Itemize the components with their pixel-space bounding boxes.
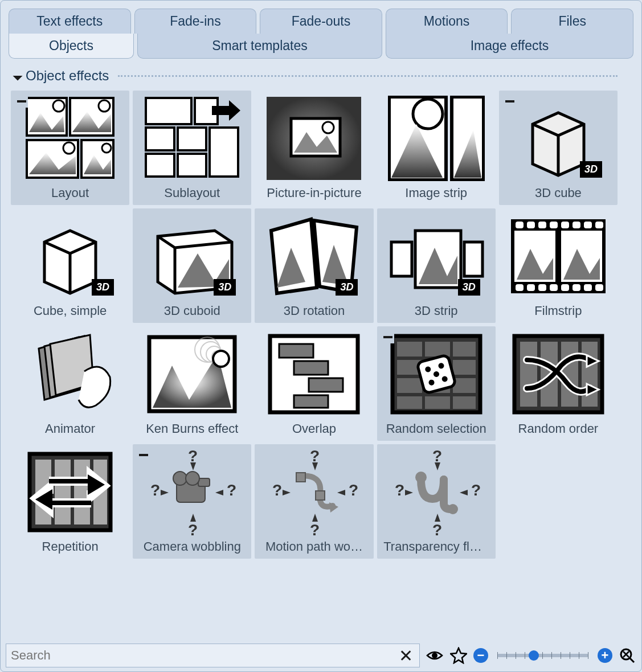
effect-filmstrip[interactable]: Filmstrip <box>499 208 618 323</box>
svg-rect-60 <box>397 378 422 393</box>
tab-fade-outs[interactable]: Fade-outs <box>260 9 382 34</box>
effect-thumb-icon <box>510 212 607 300</box>
effect-3d-cube[interactable]: 3D 3D cube <box>499 91 618 205</box>
svg-rect-59 <box>453 360 476 375</box>
svg-rect-21 <box>391 242 412 276</box>
effect-3d-strip[interactable]: 3D 3D strip <box>377 208 496 323</box>
tab-files[interactable]: Files <box>511 9 633 34</box>
tab-text-effects[interactable]: Text effects <box>9 9 131 34</box>
bottom-toolbar: ✕ − + <box>6 642 636 669</box>
svg-text:?: ? <box>227 481 236 499</box>
effect-label: Cube, simple <box>34 304 107 318</box>
tab-objects[interactable]: Objects <box>9 34 134 59</box>
category-header[interactable]: Object effects <box>11 63 618 91</box>
svg-rect-32 <box>573 222 580 228</box>
svg-rect-13 <box>178 154 206 177</box>
effect-3d-cuboid[interactable]: 3D 3D cuboid <box>133 208 251 323</box>
effects-grid: Layout Sublayout <box>11 91 618 559</box>
svg-rect-35 <box>516 284 524 291</box>
effect-repetition[interactable]: Repetition <box>11 444 129 559</box>
effect-label: Transparency flu… <box>383 539 489 554</box>
effect-label: Picture-in-picture <box>267 186 361 200</box>
badge-3d-icon: 3D <box>458 279 480 296</box>
collapse-minus-icon <box>15 95 28 108</box>
zoom-in-button[interactable]: + <box>598 648 612 663</box>
svg-rect-50 <box>279 344 313 358</box>
tab-fade-ins[interactable]: Fade-ins <box>134 9 257 34</box>
tab-image-effects[interactable]: Image effects <box>386 34 633 59</box>
svg-rect-14 <box>210 128 238 177</box>
search-input[interactable] <box>11 648 396 663</box>
tab-motions[interactable]: Motions <box>386 9 508 34</box>
svg-text:?: ? <box>471 481 481 499</box>
effect-3d-rotation[interactable]: 3D 3D rotation <box>255 208 373 323</box>
effect-animator[interactable]: Animator <box>11 326 129 441</box>
collapse-minus-icon <box>137 449 150 461</box>
effect-cube-simple[interactable]: 3D Cube, simple <box>11 208 129 323</box>
effect-thumb-icon <box>388 94 485 182</box>
svg-rect-42 <box>595 284 603 291</box>
svg-rect-87 <box>198 478 210 486</box>
svg-text:?: ? <box>310 521 320 538</box>
svg-text:?: ? <box>310 447 320 465</box>
svg-text:?: ? <box>188 447 198 465</box>
effect-motion-path-wobbling[interactable]: ???? Motion path wo… <box>255 444 373 559</box>
search-box: ✕ <box>6 644 420 667</box>
zoom-slider-thumb[interactable] <box>529 650 539 661</box>
effect-thumb-icon <box>144 94 240 182</box>
svg-point-100 <box>415 472 427 483</box>
effect-picture-in-picture[interactable]: Picture-in-picture <box>255 91 373 205</box>
clear-search-icon[interactable]: ✕ <box>396 646 415 665</box>
effect-random-order[interactable]: Random order <box>499 326 618 441</box>
effect-thumb-icon <box>144 330 240 418</box>
effect-layout[interactable]: Layout <box>11 91 129 205</box>
effect-thumb-icon <box>265 94 362 182</box>
effect-transparency-fluctuation[interactable]: ???? Transparency flu… <box>377 444 496 559</box>
svg-text:?: ? <box>432 521 442 538</box>
effect-random-selection[interactable]: Random selection <box>377 326 496 441</box>
svg-rect-64 <box>425 396 450 409</box>
badge-3d-icon: 3D <box>336 279 358 296</box>
effect-ken-burns[interactable]: Ken Burns effect <box>133 326 251 441</box>
effect-thumb-icon <box>22 448 118 536</box>
svg-point-88 <box>173 472 187 485</box>
svg-rect-36 <box>527 284 535 291</box>
svg-rect-76 <box>582 342 598 407</box>
effect-label: 3D rotation <box>284 304 345 318</box>
effect-overlap[interactable]: Overlap <box>255 326 373 441</box>
star-icon[interactable] <box>449 646 468 665</box>
zoom-reset-icon[interactable] <box>618 646 636 665</box>
svg-point-4 <box>53 100 64 112</box>
tabs-row-top: Text effects Fade-ins Fade-outs Motions … <box>3 3 639 34</box>
svg-rect-33 <box>584 222 592 228</box>
svg-rect-94 <box>296 473 305 482</box>
collapse-arrow-icon <box>13 71 23 81</box>
effect-thumb-icon: 3D <box>144 212 240 300</box>
zoom-slider[interactable] <box>497 654 588 657</box>
svg-rect-51 <box>294 361 328 375</box>
effect-camera-wobbling[interactable]: ?? ?? Camera wobbling <box>133 444 251 559</box>
effect-sublayout[interactable]: Sublayout <box>133 91 251 205</box>
svg-rect-39 <box>561 284 569 291</box>
svg-point-102 <box>432 653 437 658</box>
zoom-out-button[interactable]: − <box>473 648 488 663</box>
effects-scroll-area[interactable]: Object effects <box>11 63 631 607</box>
effect-label: Repetition <box>42 539 99 554</box>
svg-text:?: ? <box>349 481 358 499</box>
svg-text:?: ? <box>188 521 198 538</box>
svg-rect-8 <box>146 98 191 124</box>
eye-icon[interactable] <box>426 646 444 665</box>
svg-rect-40 <box>573 284 580 291</box>
effect-thumb-icon <box>265 330 362 418</box>
effect-image-strip[interactable]: Image strip <box>377 91 496 205</box>
svg-rect-10 <box>146 128 174 150</box>
effect-label: 3D strip <box>415 304 458 318</box>
svg-rect-38 <box>550 284 558 291</box>
svg-rect-62 <box>453 378 476 393</box>
effect-label: Filmstrip <box>534 304 582 318</box>
tab-smart-templates[interactable]: Smart templates <box>137 34 382 59</box>
effect-thumb-icon <box>510 330 607 418</box>
effect-label: 3D cube <box>535 186 582 200</box>
effect-thumb-icon: 3D <box>388 212 485 300</box>
svg-point-89 <box>186 472 199 485</box>
